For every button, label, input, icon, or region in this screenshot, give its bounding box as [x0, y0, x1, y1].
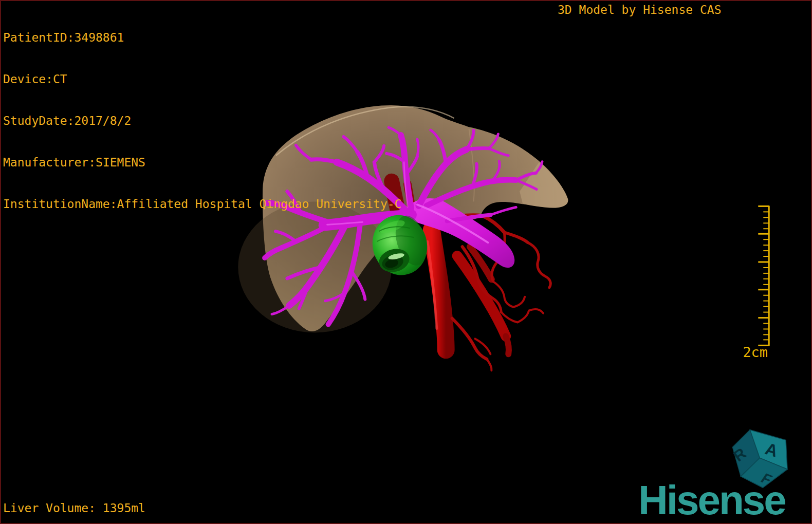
hisense-logo: Hisense — [638, 482, 785, 519]
3d-viewport[interactable]: 2cm R A F PatientID:3498861 Device:CT St… — [0, 0, 812, 524]
patient-id-text: PatientID:3498861 — [3, 31, 401, 45]
institution-text: InstitutionName:Affiliated Hospital Qing… — [3, 197, 401, 211]
study-date-text: StudyDate:2017/8/2 — [3, 114, 401, 128]
watermark-text: 3D Model by Hisense CAS — [558, 3, 722, 17]
patient-info-block: PatientID:3498861 Device:CT StudyDate:20… — [3, 3, 401, 239]
device-text: Device:CT — [3, 72, 401, 86]
manufacturer-text: Manufacturer:SIEMENS — [3, 156, 401, 170]
scale-ruler: 2cm — [743, 205, 769, 360]
scale-label: 2cm — [743, 344, 768, 360]
liver-volume-text: Liver Volume: 1395ml — [3, 501, 145, 515]
